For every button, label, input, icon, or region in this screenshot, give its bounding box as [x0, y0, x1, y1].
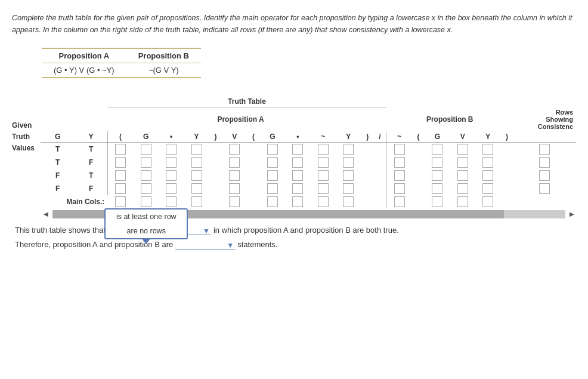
sentence2-dropdown-wrapper[interactable]: consistent inconsistent ▼ [175, 240, 235, 249]
input-tt-10[interactable] [394, 144, 405, 155]
input-ff-5[interactable] [229, 183, 240, 194]
input-ff-4[interactable] [191, 183, 202, 194]
prop-b-value: ~(G V Y) [126, 63, 201, 78]
given-g-2: T [41, 156, 75, 169]
input-ft-5[interactable] [229, 170, 240, 181]
input-ff-9[interactable] [343, 183, 354, 194]
dropdown-popup[interactable]: is at least one row are no rows [104, 208, 188, 239]
input-tt-9[interactable] [343, 144, 354, 155]
input-tt-2[interactable] [141, 144, 151, 155]
input-ff-7[interactable] [292, 183, 303, 194]
propositions-header-table: Proposition A Proposition B (G • Y) V (G… [42, 48, 201, 78]
input-ff-12[interactable] [457, 183, 468, 194]
input-ft-12[interactable] [457, 170, 468, 181]
input-ff-3[interactable] [166, 183, 177, 194]
input-ff-consistency[interactable] [539, 183, 550, 194]
input-tf-3[interactable] [166, 157, 177, 168]
input-maincol-6[interactable] [267, 196, 278, 207]
input-ff-11[interactable] [432, 183, 442, 194]
input-ft-1[interactable] [115, 170, 126, 181]
scroll-right-arrow[interactable]: ▶ [568, 211, 576, 217]
input-tf-1[interactable] [115, 157, 126, 168]
input-tt-6[interactable] [267, 144, 278, 155]
input-tf-6[interactable] [267, 157, 278, 168]
input-tf-5[interactable] [229, 157, 240, 168]
input-tf-10[interactable] [394, 157, 405, 168]
col-Y-1: Y [184, 131, 209, 143]
input-tt-12[interactable] [457, 144, 468, 155]
slash-spacer [374, 107, 386, 131]
input-tt-11[interactable] [432, 144, 442, 155]
input-tf-4[interactable] [191, 157, 202, 168]
input-tt-8[interactable] [318, 144, 329, 155]
given-y-3: T [75, 169, 107, 182]
input-maincol-9[interactable] [343, 196, 354, 207]
input-maincol-3[interactable] [166, 196, 177, 207]
input-maincol-1[interactable] [115, 196, 126, 207]
input-tt-1[interactable] [115, 144, 126, 155]
input-tf-13[interactable] [482, 157, 493, 168]
input-tf-2[interactable] [141, 157, 151, 168]
scroll-left-arrow[interactable]: ◀ [42, 211, 50, 217]
prop-b-header: Proposition B [126, 48, 201, 63]
table-row: F T [41, 169, 576, 182]
input-ft-2[interactable] [141, 170, 151, 181]
sentence2-dropdown[interactable]: consistent inconsistent [175, 240, 235, 249]
input-ft-11[interactable] [432, 170, 442, 181]
given-y-2: F [75, 156, 107, 169]
input-ff-8[interactable] [318, 183, 329, 194]
input-maincol-13[interactable] [482, 196, 493, 207]
input-maincol-7[interactable] [292, 196, 303, 207]
input-tt-5[interactable] [229, 144, 240, 155]
input-tf-8[interactable] [318, 157, 329, 168]
input-maincol-4[interactable] [191, 196, 202, 207]
input-tt-consistency1[interactable] [539, 144, 550, 155]
prop-b-cols [386, 96, 501, 107]
table-row: T T [41, 142, 576, 156]
input-maincol-10[interactable] [394, 196, 405, 207]
input-maincol-2[interactable] [141, 196, 151, 207]
input-ft-3[interactable] [166, 170, 177, 181]
input-ft-6[interactable] [267, 170, 278, 181]
truth-table-container: Truth Table Proposition A Proposition B … [41, 96, 576, 218]
input-ft-9[interactable] [343, 170, 354, 181]
input-ff-2[interactable] [141, 183, 151, 194]
col-G-2: G [260, 131, 285, 143]
col-g-header: G [41, 131, 75, 143]
popup-item-1[interactable]: is at least one row [106, 209, 187, 224]
input-ff-1[interactable] [115, 183, 126, 194]
col-tilde-2: ~ [386, 131, 412, 143]
input-ft-consistency[interactable] [539, 170, 550, 181]
main-cols-dropdown-cell[interactable]: is at least one row are no rows [107, 195, 133, 208]
input-maincol-12[interactable] [457, 196, 468, 207]
input-ft-7[interactable] [292, 170, 303, 181]
col-dot-1: • [159, 131, 184, 143]
popup-item-2[interactable]: are no rows [106, 224, 187, 238]
input-ff-10[interactable] [394, 183, 405, 194]
prop-a-label: Proposition A [107, 107, 373, 131]
input-tf-7[interactable] [292, 157, 303, 168]
truth-table-title: Truth Table [107, 96, 386, 107]
input-ft-4[interactable] [191, 170, 202, 181]
input-tf-11[interactable] [432, 157, 442, 168]
sentence1-area: This truth table shows that there is at … [12, 226, 576, 235]
given-g-1: T [41, 142, 75, 156]
input-maincol-8[interactable] [318, 196, 329, 207]
input-ff-6[interactable] [267, 183, 278, 194]
input-tt-3[interactable] [166, 144, 177, 155]
input-maincol-5[interactable] [229, 196, 240, 207]
input-ft-13[interactable] [482, 170, 493, 181]
given-g-4: F [41, 182, 75, 195]
input-ff-13[interactable] [482, 183, 493, 194]
input-tf-consistency[interactable] [539, 157, 550, 168]
input-tt-4[interactable] [191, 144, 202, 155]
col-open-paren-1: ( [107, 131, 133, 143]
input-tf-12[interactable] [457, 157, 468, 168]
col-open-paren-2: ( [247, 131, 259, 143]
input-ft-8[interactable] [318, 170, 329, 181]
input-tf-9[interactable] [343, 157, 354, 168]
input-tt-13[interactable] [482, 144, 493, 155]
input-tt-7[interactable] [292, 144, 303, 155]
input-maincol-11[interactable] [432, 196, 442, 207]
input-ft-10[interactable] [394, 170, 405, 181]
